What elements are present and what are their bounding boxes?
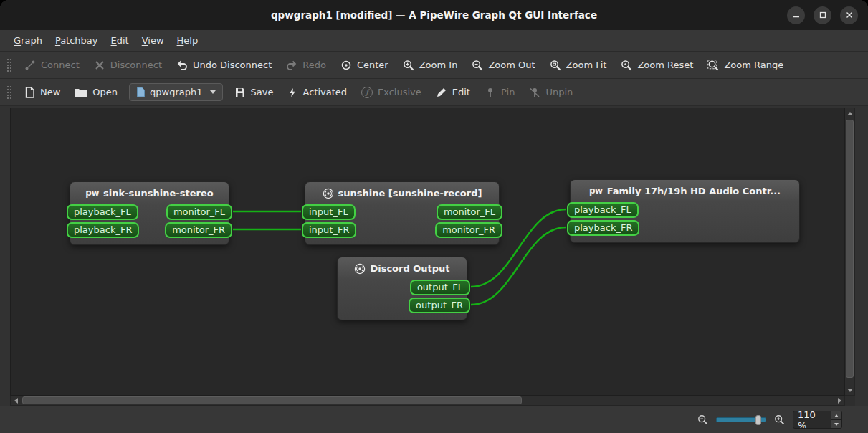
port-output-fl[interactable]: output_FL (410, 280, 470, 295)
zoom-increment-button[interactable] (831, 411, 841, 419)
port-playback-fr[interactable]: playback_FR (67, 222, 139, 238)
zoom-slider[interactable] (716, 414, 766, 426)
save-label: Save (251, 87, 274, 97)
node-sink-sunshine-stereo[interactable]: pw sink-sunshine-stereo playback_FL play… (70, 181, 229, 245)
port-monitor-fl[interactable]: monitor_FL (166, 204, 232, 220)
zoom-range-button[interactable]: Zoom Range (700, 55, 791, 75)
scroll-down-button[interactable] (845, 385, 854, 395)
statusbar: 110 % (0, 406, 868, 433)
port-output-fr[interactable]: output_FR (409, 298, 470, 313)
redo-label: Redo (302, 60, 326, 70)
chevron-down-icon (210, 90, 216, 94)
disconnect-button[interactable]: Disconnect (87, 55, 169, 75)
port-playback-fl[interactable]: playback_FL (67, 204, 138, 220)
undo-disconnect-button[interactable]: Undo Disconnect (169, 55, 279, 75)
center-button[interactable]: Center (333, 55, 396, 75)
spin-up-icon (834, 414, 839, 417)
disconnect-label: Disconnect (110, 60, 162, 70)
menu-help[interactable]: Help (171, 30, 205, 51)
zoom-range-icon (707, 60, 719, 71)
toolbar-drag-handle[interactable] (6, 85, 11, 99)
port-monitor-fr[interactable]: monitor_FR (165, 222, 232, 238)
zoom-fit-button[interactable]: Zoom Fit (543, 55, 614, 75)
unpin-button[interactable]: Unpin (522, 82, 580, 103)
patchbay-file-icon (136, 87, 146, 97)
horizontal-scrollbar[interactable] (10, 396, 845, 406)
menu-view[interactable]: View (135, 30, 171, 51)
pin-button[interactable]: Pin (477, 82, 522, 103)
toolbar-drag-handle[interactable] (6, 58, 11, 72)
port-playback-fr[interactable]: playback_FR (567, 220, 639, 236)
patchbay-toolbar: New Open qpwgraph1 Save Activated ƒ Excl… (0, 79, 868, 106)
menu-graph[interactable]: Graph (7, 30, 49, 51)
unpin-icon (529, 87, 540, 98)
activated-button[interactable]: Activated (280, 82, 354, 103)
edit-label: Edit (452, 87, 470, 97)
close-icon (846, 11, 853, 19)
horizontal-scroll-thumb[interactable] (22, 396, 522, 404)
zoom-spinbox[interactable]: 110 % (793, 411, 842, 429)
edit-pencil-icon (436, 87, 447, 98)
zoom-slider-handle[interactable] (755, 415, 761, 425)
zoom-in-button[interactable]: Zoom In (396, 55, 465, 75)
node-title: pw Family 17h/19h HD Audio Contr... (571, 180, 799, 200)
zoom-range-label: Zoom Range (724, 60, 783, 70)
redo-icon (286, 60, 297, 71)
patchbay-selector-value: qpwgraph1 (150, 87, 202, 97)
new-label: New (40, 87, 60, 97)
zoom-in-icon (403, 60, 414, 71)
exclusive-label: Exclusive (378, 87, 421, 97)
scroll-left-button[interactable] (11, 396, 21, 405)
new-button[interactable]: New (17, 82, 67, 103)
node-family-hd-audio[interactable]: pw Family 17h/19h HD Audio Contr... play… (570, 179, 800, 243)
open-button[interactable]: Open (67, 82, 125, 102)
port-input-fl[interactable]: input_FL (302, 204, 356, 220)
edit-button[interactable]: Edit (429, 82, 477, 103)
minimize-button[interactable] (787, 6, 805, 24)
exclusive-button[interactable]: ƒ Exclusive (354, 82, 429, 103)
titlebar[interactable]: qpwgraph1 [modified] — A PipeWire Graph … (0, 0, 868, 30)
menu-patchbay[interactable]: Patchbay (49, 30, 105, 51)
window-controls (787, 6, 858, 24)
zoom-in-small-icon[interactable] (774, 414, 785, 425)
maximize-button[interactable] (814, 6, 831, 24)
zoom-value[interactable]: 110 % (793, 411, 831, 428)
center-label: Center (357, 60, 388, 70)
port-monitor-fl[interactable]: monitor_FL (437, 204, 502, 220)
connect-button[interactable]: Connect (17, 55, 87, 75)
monitor-source-icon (323, 188, 334, 199)
zoom-out-small-icon[interactable] (697, 414, 708, 425)
arrow-right-icon (838, 398, 841, 404)
zoom-reset-icon (621, 60, 632, 71)
port-input-fr[interactable]: input_FR (302, 222, 356, 238)
zoom-reset-button[interactable]: Zoom Reset (614, 55, 700, 75)
activated-label: Activated (302, 87, 347, 97)
open-folder-icon (75, 87, 87, 97)
patchbay-selector[interactable]: qpwgraph1 (129, 83, 222, 101)
scroll-right-button[interactable] (834, 396, 844, 405)
vertical-scrollbar[interactable] (845, 108, 855, 396)
zoom-out-button[interactable]: Zoom Out (464, 55, 542, 75)
save-button[interactable]: Save (227, 82, 281, 103)
node-discord-output[interactable]: Discord Output output_FL output_FR (337, 257, 467, 320)
scroll-up-button[interactable] (845, 108, 854, 118)
zoom-decrement-button[interactable] (831, 419, 841, 428)
scrollbar-corner (845, 396, 855, 406)
zoom-fit-label: Zoom Fit (566, 60, 607, 70)
vertical-scroll-thumb[interactable] (846, 120, 854, 378)
port-playback-fl[interactable]: playback_FL (567, 202, 639, 218)
close-button[interactable] (840, 6, 858, 24)
spin-down-icon (834, 423, 839, 426)
pin-icon (485, 87, 496, 98)
redo-button[interactable]: Redo (279, 55, 333, 75)
minimize-icon (793, 11, 800, 19)
zoom-fit-icon (550, 60, 561, 71)
node-sunshine-record[interactable]: sunshine [sunshine-record] input_FL inpu… (305, 181, 500, 245)
app-window: qpwgraph1 [modified] — A PipeWire Graph … (0, 0, 868, 433)
port-monitor-fr[interactable]: monitor_FR (435, 222, 502, 238)
graph-canvas[interactable]: pw sink-sunshine-stereo playback_FL play… (10, 108, 845, 396)
arrow-up-icon (847, 112, 853, 115)
menu-edit[interactable]: Edit (105, 30, 135, 51)
exclusive-icon: ƒ (361, 87, 373, 98)
graph-toolbar: Connect Disconnect Undo Disconnect Redo … (0, 52, 868, 79)
